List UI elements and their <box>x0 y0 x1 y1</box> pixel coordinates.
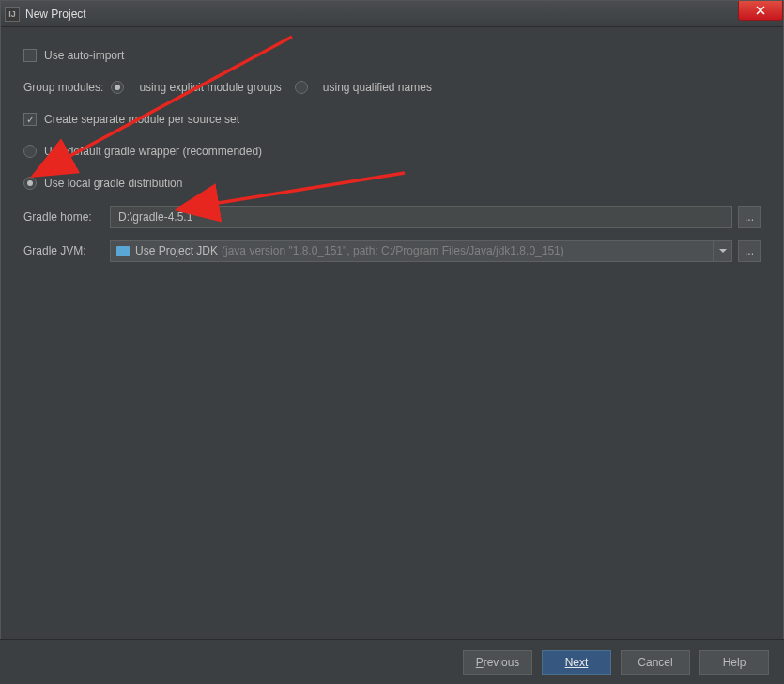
group-explicit-label: using explicit module groups <box>139 81 281 94</box>
wrapper-default-row[interactable]: Use default gradle wrapper (recommended) <box>23 142 761 161</box>
group-modules-label: Group modules: <box>23 81 103 94</box>
auto-import-row[interactable]: Use auto-import <box>23 46 761 65</box>
folder-icon <box>116 246 130 256</box>
close-icon <box>755 6 766 15</box>
wrapper-local-row[interactable]: Use local gradle distribution <box>23 174 761 193</box>
gradle-jvm-row: Gradle JVM: Use Project JDK (java versio… <box>23 240 761 262</box>
wrapper-local-label: Use local gradle distribution <box>44 177 182 190</box>
gradle-jvm-label: Gradle JVM: <box>23 244 110 257</box>
window-title: New Project <box>25 8 86 21</box>
gradle-home-browse-button[interactable]: ... <box>738 206 761 228</box>
create-separate-label: Create separate module per source set <box>44 113 239 126</box>
app-icon: IJ <box>5 7 20 22</box>
gradle-jvm-combo[interactable]: Use Project JDK (java version "1.8.0_151… <box>110 240 732 262</box>
group-modules-row: Group modules: using explicit module gro… <box>23 78 761 97</box>
create-separate-row[interactable]: Create separate module per source set <box>23 110 761 129</box>
group-explicit-radio[interactable] <box>111 81 124 94</box>
footer: Previous Next Cancel Help <box>0 639 784 684</box>
gradle-home-row: Gradle home: D:\gradle-4.5.1 ... <box>23 206 761 228</box>
chevron-down-icon[interactable] <box>713 241 731 261</box>
titlebar: IJ New Project <box>1 1 783 27</box>
auto-import-label: Use auto-import <box>44 49 124 62</box>
gradle-home-value: D:\gradle-4.5.1 <box>118 210 192 224</box>
gradle-jvm-detail: (java version "1.8.0_151", path: C:/Prog… <box>222 244 564 257</box>
wrapper-default-radio[interactable] <box>23 145 37 158</box>
content-area: Use auto-import Group modules: using exp… <box>1 27 783 638</box>
group-qualified-label: using qualified names <box>323 81 432 94</box>
gradle-home-input[interactable]: D:\gradle-4.5.1 <box>110 206 732 228</box>
gradle-jvm-browse-button[interactable]: ... <box>738 240 761 262</box>
previous-button[interactable]: Previous <box>463 650 532 675</box>
auto-import-checkbox[interactable] <box>23 49 37 62</box>
gradle-jvm-value: Use Project JDK <box>135 244 218 257</box>
next-button[interactable]: Next <box>542 650 611 675</box>
group-qualified-radio[interactable] <box>295 81 308 94</box>
help-button[interactable]: Help <box>699 650 769 675</box>
close-button[interactable] <box>738 0 783 21</box>
create-separate-checkbox[interactable] <box>23 113 37 126</box>
gradle-home-label: Gradle home: <box>23 210 110 224</box>
wrapper-default-label: Use default gradle wrapper (recommended) <box>44 145 262 158</box>
cancel-button[interactable]: Cancel <box>621 650 690 675</box>
wrapper-local-radio[interactable] <box>23 177 37 190</box>
